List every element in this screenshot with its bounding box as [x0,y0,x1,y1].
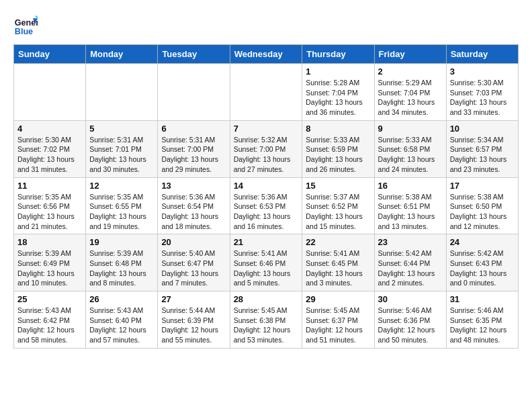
calendar-cell: 11Sunrise: 5:35 AM Sunset: 6:56 PM Dayli… [14,177,86,234]
calendar-cell: 31Sunrise: 5:46 AM Sunset: 6:35 PM Dayli… [446,291,518,349]
day-info: Sunrise: 5:42 AM Sunset: 6:43 PM Dayligh… [450,248,515,288]
day-info: Sunrise: 5:42 AM Sunset: 6:44 PM Dayligh… [378,248,443,288]
day-info: Sunrise: 5:44 AM Sunset: 6:39 PM Dayligh… [161,306,226,345]
calendar-cell: 1Sunrise: 5:28 AM Sunset: 7:04 PM Daylig… [302,64,374,121]
weekday-header-friday: Friday [374,45,446,64]
day-info: Sunrise: 5:46 AM Sunset: 6:35 PM Dayligh… [450,306,515,345]
day-number: 23 [378,237,443,247]
day-info: Sunrise: 5:30 AM Sunset: 7:03 PM Dayligh… [450,78,515,118]
weekday-header-sunday: Sunday [14,45,86,64]
calendar-cell: 13Sunrise: 5:36 AM Sunset: 6:54 PM Dayli… [158,177,230,234]
calendar-week-row: 1Sunrise: 5:28 AM Sunset: 7:04 PM Daylig… [14,64,519,121]
calendar-cell: 28Sunrise: 5:45 AM Sunset: 6:38 PM Dayli… [230,291,302,349]
day-number: 26 [89,294,154,304]
calendar-cell: 2Sunrise: 5:29 AM Sunset: 7:04 PM Daylig… [374,64,446,121]
day-number: 20 [161,237,226,247]
day-number: 8 [306,124,370,134]
weekday-header-row: SundayMondayTuesdayWednesdayThursdayFrid… [14,45,519,64]
day-number: 9 [378,124,443,134]
day-number: 2 [378,66,443,77]
day-info: Sunrise: 5:41 AM Sunset: 6:45 PM Dayligh… [306,248,370,288]
day-info: Sunrise: 5:36 AM Sunset: 6:54 PM Dayligh… [161,192,226,232]
day-info: Sunrise: 5:41 AM Sunset: 6:46 PM Dayligh… [234,248,299,288]
day-info: Sunrise: 5:34 AM Sunset: 6:57 PM Dayligh… [450,135,515,175]
day-info: Sunrise: 5:36 AM Sunset: 6:53 PM Dayligh… [234,192,299,232]
day-number: 16 [378,181,443,191]
day-number: 21 [234,237,299,247]
svg-text:Blue: Blue [15,27,33,36]
day-info: Sunrise: 5:38 AM Sunset: 6:50 PM Dayligh… [450,192,515,232]
day-info: Sunrise: 5:33 AM Sunset: 6:59 PM Dayligh… [306,135,370,175]
calendar-cell: 15Sunrise: 5:37 AM Sunset: 6:52 PM Dayli… [302,177,374,234]
calendar-cell: 9Sunrise: 5:33 AM Sunset: 6:58 PM Daylig… [374,120,446,177]
calendar-cell: 3Sunrise: 5:30 AM Sunset: 7:03 PM Daylig… [446,64,518,121]
day-info: Sunrise: 5:35 AM Sunset: 6:56 PM Dayligh… [17,192,82,232]
day-number: 31 [450,294,515,304]
calendar-cell: 27Sunrise: 5:44 AM Sunset: 6:39 PM Dayli… [158,291,230,349]
day-info: Sunrise: 5:29 AM Sunset: 7:04 PM Dayligh… [378,78,443,118]
day-info: Sunrise: 5:39 AM Sunset: 6:48 PM Dayligh… [89,248,154,288]
day-info: Sunrise: 5:30 AM Sunset: 7:02 PM Dayligh… [17,135,82,175]
day-number: 3 [450,66,515,77]
day-number: 7 [234,124,299,134]
weekday-header-tuesday: Tuesday [158,45,230,64]
calendar-cell [158,64,230,121]
day-info: Sunrise: 5:31 AM Sunset: 7:01 PM Dayligh… [89,135,154,175]
calendar-cell: 14Sunrise: 5:36 AM Sunset: 6:53 PM Dayli… [230,177,302,234]
day-number: 24 [450,237,515,247]
calendar-cell: 8Sunrise: 5:33 AM Sunset: 6:59 PM Daylig… [302,120,374,177]
calendar-table: SundayMondayTuesdayWednesdayThursdayFrid… [13,44,519,349]
calendar-cell: 7Sunrise: 5:32 AM Sunset: 7:00 PM Daylig… [230,120,302,177]
day-number: 28 [234,294,299,304]
logo-icon: General Blue [13,13,38,38]
day-number: 15 [306,181,370,191]
day-number: 1 [306,66,370,77]
page-header: General Blue [13,13,519,38]
day-number: 19 [89,237,154,247]
day-info: Sunrise: 5:45 AM Sunset: 6:38 PM Dayligh… [234,306,299,345]
calendar-cell [86,64,158,121]
day-info: Sunrise: 5:43 AM Sunset: 6:42 PM Dayligh… [17,306,82,345]
calendar-cell: 21Sunrise: 5:41 AM Sunset: 6:46 PM Dayli… [230,234,302,291]
day-info: Sunrise: 5:40 AM Sunset: 6:47 PM Dayligh… [161,248,226,288]
calendar-cell: 30Sunrise: 5:46 AM Sunset: 6:36 PM Dayli… [374,291,446,349]
day-number: 29 [306,294,370,304]
calendar-cell: 29Sunrise: 5:45 AM Sunset: 6:37 PM Dayli… [302,291,374,349]
calendar-week-row: 25Sunrise: 5:43 AM Sunset: 6:42 PM Dayli… [14,291,519,349]
day-number: 12 [89,181,154,191]
calendar-cell: 4Sunrise: 5:30 AM Sunset: 7:02 PM Daylig… [14,120,86,177]
calendar-cell: 16Sunrise: 5:38 AM Sunset: 6:51 PM Dayli… [374,177,446,234]
calendar-cell: 6Sunrise: 5:31 AM Sunset: 7:00 PM Daylig… [158,120,230,177]
calendar-cell: 25Sunrise: 5:43 AM Sunset: 6:42 PM Dayli… [14,291,86,349]
day-number: 11 [17,181,82,191]
calendar-cell: 10Sunrise: 5:34 AM Sunset: 6:57 PM Dayli… [446,120,518,177]
day-number: 10 [450,124,515,134]
calendar-cell [230,64,302,121]
calendar-cell: 20Sunrise: 5:40 AM Sunset: 6:47 PM Dayli… [158,234,230,291]
day-number: 14 [234,181,299,191]
day-info: Sunrise: 5:45 AM Sunset: 6:37 PM Dayligh… [306,306,370,345]
weekday-header-thursday: Thursday [302,45,374,64]
day-number: 18 [17,237,82,247]
calendar-cell: 23Sunrise: 5:42 AM Sunset: 6:44 PM Dayli… [374,234,446,291]
day-info: Sunrise: 5:39 AM Sunset: 6:49 PM Dayligh… [17,248,82,288]
day-info: Sunrise: 5:32 AM Sunset: 7:00 PM Dayligh… [234,135,299,175]
logo: General Blue [13,13,40,38]
day-number: 27 [161,294,226,304]
day-number: 30 [378,294,443,304]
day-info: Sunrise: 5:37 AM Sunset: 6:52 PM Dayligh… [306,192,370,232]
calendar-cell: 26Sunrise: 5:43 AM Sunset: 6:40 PM Dayli… [86,291,158,349]
calendar-cell: 24Sunrise: 5:42 AM Sunset: 6:43 PM Dayli… [446,234,518,291]
calendar-cell: 17Sunrise: 5:38 AM Sunset: 6:50 PM Dayli… [446,177,518,234]
day-number: 22 [306,237,370,247]
calendar-week-row: 11Sunrise: 5:35 AM Sunset: 6:56 PM Dayli… [14,177,519,234]
day-number: 5 [89,124,154,134]
day-number: 6 [161,124,226,134]
weekday-header-saturday: Saturday [446,45,518,64]
day-info: Sunrise: 5:43 AM Sunset: 6:40 PM Dayligh… [89,306,154,345]
weekday-header-wednesday: Wednesday [230,45,302,64]
day-info: Sunrise: 5:46 AM Sunset: 6:36 PM Dayligh… [378,306,443,345]
calendar-cell: 18Sunrise: 5:39 AM Sunset: 6:49 PM Dayli… [14,234,86,291]
day-info: Sunrise: 5:38 AM Sunset: 6:51 PM Dayligh… [378,192,443,232]
day-info: Sunrise: 5:28 AM Sunset: 7:04 PM Dayligh… [306,78,370,118]
